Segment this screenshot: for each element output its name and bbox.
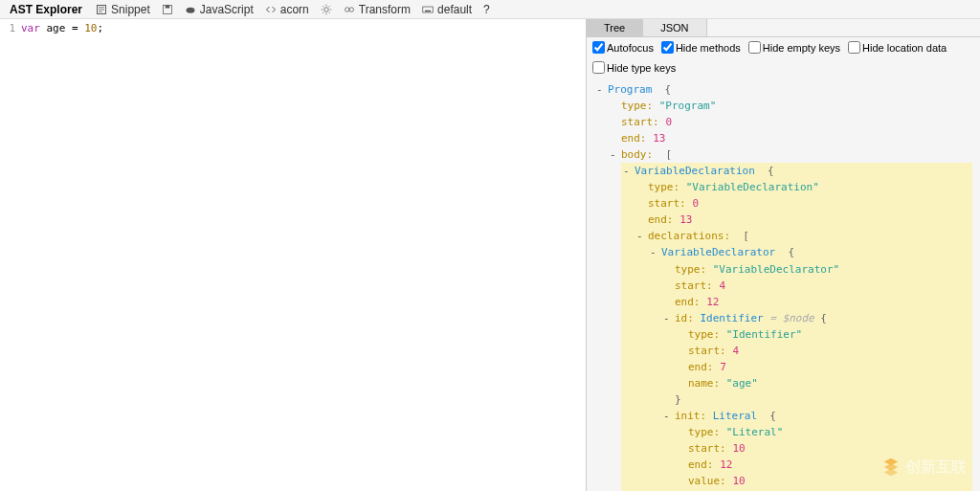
transform-label: Transform bbox=[359, 3, 411, 16]
svg-point-9 bbox=[349, 7, 354, 11]
collapse-icon[interactable]: - bbox=[663, 310, 670, 326]
svg-rect-5 bbox=[165, 5, 169, 8]
snippet-label: Snippet bbox=[111, 3, 150, 16]
parser-settings[interactable] bbox=[317, 4, 336, 15]
toolbar: AST Explorer Snippet JavaScript acorn Tr… bbox=[0, 0, 980, 19]
hide-methods-checkbox[interactable] bbox=[661, 41, 674, 54]
autofocus-checkbox[interactable] bbox=[592, 41, 605, 54]
code-icon bbox=[265, 4, 277, 15]
watermark-text: 创新互联 bbox=[905, 458, 967, 478]
ast-tree[interactable]: -Program { type: "Program" start: 0 end:… bbox=[587, 78, 980, 491]
output-panel: Tree JSON Autofocus Hide methods Hide em… bbox=[587, 19, 980, 491]
opt-hide-methods[interactable]: Hide methods bbox=[661, 41, 741, 54]
keymap-label: default bbox=[437, 3, 472, 16]
language-menu[interactable]: JavaScript bbox=[181, 3, 257, 16]
save-icon bbox=[162, 4, 173, 15]
transform-icon bbox=[344, 4, 355, 15]
svg-point-6 bbox=[186, 7, 194, 12]
main: 1 var age = 10; Tree JSON Autofocus Hide… bbox=[0, 19, 980, 491]
node-declarations[interactable]: -declarations: [ -VariableDeclarator { t… bbox=[648, 228, 972, 491]
opt-hide-empty[interactable]: Hide empty keys bbox=[748, 41, 840, 54]
snippet-icon bbox=[96, 4, 107, 15]
parser-menu[interactable]: acorn bbox=[261, 3, 313, 16]
gear-icon bbox=[321, 4, 332, 15]
tab-json[interactable]: JSON bbox=[643, 19, 706, 36]
collapse-icon[interactable]: - bbox=[650, 244, 657, 260]
hide-empty-checkbox[interactable] bbox=[748, 41, 761, 54]
parser-label: acorn bbox=[280, 3, 309, 16]
transform-menu[interactable]: Transform bbox=[340, 3, 414, 16]
help-button[interactable]: ? bbox=[479, 3, 494, 16]
collapse-icon[interactable]: - bbox=[623, 163, 630, 179]
tab-tree[interactable]: Tree bbox=[587, 19, 643, 36]
app-title: AST Explorer bbox=[4, 3, 88, 16]
node-vardeclarator[interactable]: -VariableDeclarator { type: "VariableDec… bbox=[661, 244, 972, 491]
node-program[interactable]: -Program { type: "Program" start: 0 end:… bbox=[608, 81, 972, 491]
node-vardecl[interactable]: -VariableDeclaration { type: "VariableDe… bbox=[635, 163, 972, 491]
code-line: var age = 10; bbox=[21, 22, 103, 34]
keyboard-icon bbox=[422, 4, 434, 15]
output-tabs: Tree JSON bbox=[587, 19, 980, 37]
save-action[interactable] bbox=[158, 4, 177, 15]
watermark: 创新互联 bbox=[880, 457, 967, 478]
cloud-icon bbox=[185, 4, 196, 15]
language-label: JavaScript bbox=[200, 3, 254, 16]
collapse-icon[interactable]: - bbox=[636, 228, 643, 244]
node-body[interactable]: -body: [ -VariableDeclaration { type: "V… bbox=[621, 146, 972, 491]
collapse-icon[interactable]: - bbox=[663, 408, 670, 424]
code-editor[interactable]: 1 var age = 10; bbox=[0, 19, 587, 491]
opt-hide-type[interactable]: Hide type keys bbox=[592, 61, 676, 74]
collapse-icon[interactable]: - bbox=[596, 81, 603, 98]
collapse-icon[interactable]: - bbox=[610, 146, 616, 163]
node-init[interactable]: -init: Literal { type: "Literal" start: … bbox=[675, 408, 972, 491]
hide-type-checkbox[interactable] bbox=[592, 61, 605, 74]
opt-hide-location[interactable]: Hide location data bbox=[848, 41, 947, 54]
watermark-icon bbox=[880, 457, 902, 478]
opt-autofocus[interactable]: Autofocus bbox=[592, 41, 654, 54]
snippet-menu[interactable]: Snippet bbox=[92, 3, 154, 16]
tree-options: Autofocus Hide methods Hide empty keys H… bbox=[587, 37, 980, 78]
help-label: ? bbox=[483, 3, 490, 16]
svg-point-8 bbox=[345, 7, 349, 11]
svg-point-7 bbox=[324, 7, 329, 11]
keymap-menu[interactable]: default bbox=[418, 3, 476, 16]
hide-location-checkbox[interactable] bbox=[848, 41, 860, 54]
line-number: 1 bbox=[0, 19, 19, 34]
node-id[interactable]: -id: Identifier = $node { type: "Identif… bbox=[675, 310, 972, 408]
